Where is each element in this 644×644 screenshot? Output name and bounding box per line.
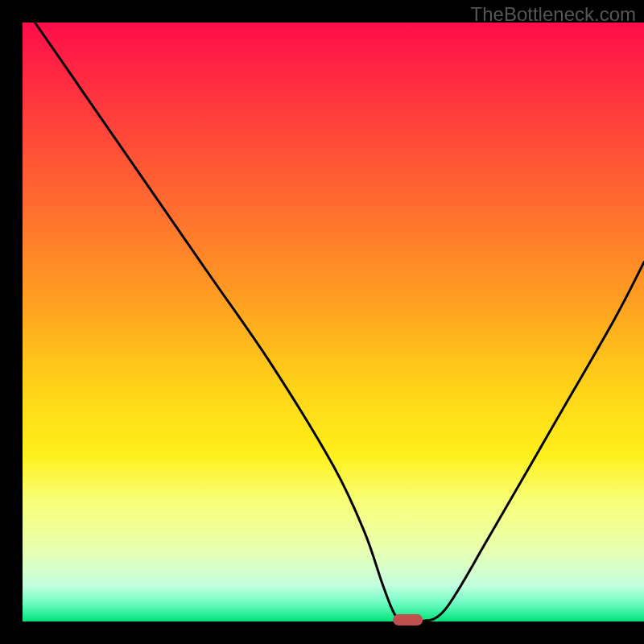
gradient-background	[23, 23, 644, 621]
minimum-marker	[393, 614, 423, 625]
bottleneck-chart	[0, 0, 644, 644]
chart-container: TheBottleneck.com	[0, 0, 644, 644]
watermark-text: TheBottleneck.com	[471, 3, 636, 26]
